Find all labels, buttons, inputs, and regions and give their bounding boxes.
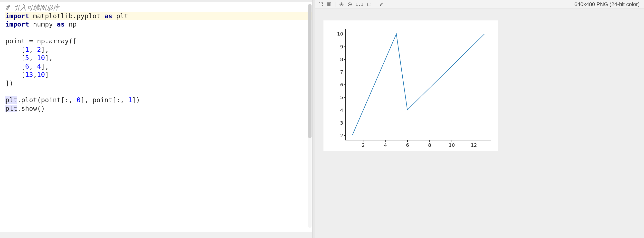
scrollbar-thumb[interactable]: [308, 4, 312, 138]
code-line[interactable]: [1, 2],: [5, 45, 312, 54]
viewer-toolbar: 1:1 640x480 PNG (24-bit color): [315, 0, 644, 9]
y-tick-label: 6: [340, 82, 343, 88]
x-tick-label: 2: [362, 142, 365, 148]
selection-icon[interactable]: [366, 1, 372, 7]
x-tick-label: 12: [471, 142, 477, 148]
code-line[interactable]: plt.show(): [5, 104, 312, 113]
x-tick-label: 10: [449, 142, 455, 148]
x-tick-label: 4: [384, 142, 387, 148]
editor-tab-strip: [0, 0, 312, 2]
code-line[interactable]: [5, 87, 312, 96]
y-tick-label: 7: [340, 69, 343, 75]
toolbar-separator: [375, 2, 375, 7]
zoom-in-icon[interactable]: [338, 1, 345, 7]
svg-rect-3: [368, 3, 370, 6]
code-line[interactable]: [5, 10],: [5, 54, 312, 62]
grid-icon[interactable]: [326, 1, 332, 7]
code-line[interactable]: import numpy as np: [5, 20, 312, 29]
color-picker-icon[interactable]: [378, 1, 384, 7]
code-line[interactable]: point = np.array([: [5, 37, 312, 45]
zoom-out-icon[interactable]: [346, 1, 353, 7]
zoom-ratio-label[interactable]: 1:1: [355, 2, 364, 7]
y-tick-label: 9: [340, 44, 343, 50]
code-line[interactable]: plt.plot(point[:, 0], point[:, 1]): [5, 96, 312, 104]
image-info-label: 640x480 PNG (24-bit color): [574, 1, 642, 7]
y-tick-label: 3: [340, 120, 343, 126]
toolbar-separator: [335, 2, 336, 7]
code-line[interactable]: import matplotlib.pyplot as plt: [5, 12, 312, 20]
x-tick-label: 8: [428, 142, 431, 148]
y-tick-label: 4: [340, 107, 343, 113]
code-line[interactable]: [13,10]: [5, 71, 312, 79]
code-line[interactable]: [6, 4],: [5, 62, 312, 71]
matplotlib-figure: 234567891024681012: [324, 20, 498, 151]
code-editor-pane: # 引入可续图形库import matplotlib.pyplot as plt…: [0, 0, 312, 238]
pane-splitter[interactable]: [312, 0, 315, 238]
y-tick-label: 8: [340, 56, 343, 62]
editor-status-strip: [0, 232, 312, 238]
viewer-canvas[interactable]: 234567891024681012: [315, 9, 644, 238]
code-editor[interactable]: # 引入可续图形库import matplotlib.pyplot as plt…: [0, 2, 312, 232]
plot-axes-box: 234567891024681012: [346, 29, 491, 140]
line-plot: [346, 29, 491, 140]
svg-rect-0: [327, 3, 331, 6]
y-tick-label: 10: [337, 31, 343, 37]
fit-screen-icon[interactable]: [318, 1, 324, 7]
code-line[interactable]: [5, 29, 312, 37]
code-line[interactable]: ]): [5, 79, 312, 88]
y-tick-label: 2: [340, 133, 343, 138]
editor-gutter: [0, 2, 5, 232]
data-line: [352, 34, 484, 135]
image-viewer-pane: 1:1 640x480 PNG (24-bit color) 234567891…: [315, 0, 644, 238]
text-cursor: [128, 12, 128, 20]
x-tick-label: 6: [406, 142, 409, 148]
code-line[interactable]: # 引入可续图形库: [5, 3, 312, 12]
editor-scrollbar[interactable]: [308, 4, 312, 228]
y-tick-label: 5: [340, 94, 343, 100]
